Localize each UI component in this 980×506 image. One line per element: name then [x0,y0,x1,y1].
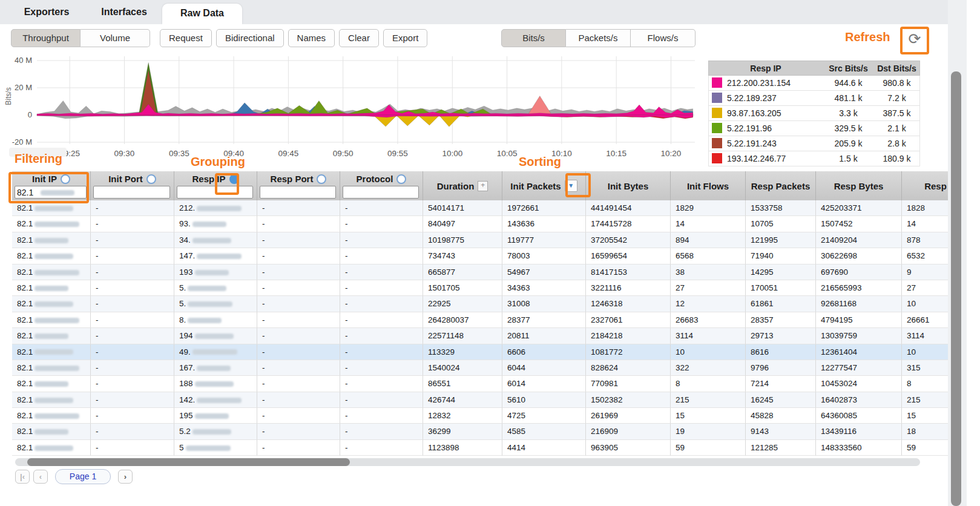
table-cell: 425203371 [816,200,902,216]
x-tick-label: 10:20 [661,149,682,158]
redacted-text [35,286,68,291]
next-page-button[interactable]: › [118,470,133,484]
column-header-init-bytes[interactable]: Init Bytes [586,171,671,200]
legend-col-resp-ip[interactable]: Resp IP [709,61,823,75]
request-button[interactable]: Request [160,29,212,47]
throughput-button[interactable]: Throughput [11,29,81,47]
refresh-annotation-label: Refresh [845,30,890,44]
legend-row[interactable]: 212.200.231.154944.6 k980.8 k [708,76,920,91]
column-label: Init Port [91,172,174,185]
redacted-text [188,286,226,291]
init-ip-prefix: 82.1 [17,283,33,292]
legend-resp-ip: 5.22.189.237 [727,91,823,105]
flow-table-body: 82.1-212.--54014171197266144149145418291… [12,200,949,456]
legend-col-src-bits[interactable]: Src Bits/s [823,61,874,75]
current-page-button[interactable]: Page 1 [55,469,111,484]
legend-row[interactable]: 5.22.189.237481.1 k7.2 k [708,91,920,106]
y-tick-label: -20 M [12,137,32,146]
legend-src-value: 329.5 k [823,121,874,136]
duration-expand-button[interactable]: + [478,181,488,191]
horizontal-scrollbar[interactable] [15,458,920,466]
filter-input-protocol[interactable] [343,186,419,199]
flows-per-sec-button[interactable]: Flows/s [631,29,696,47]
init-ip-prefix: 82.1 [17,331,33,340]
horizontal-scrollbar-thumb[interactable] [27,458,350,466]
table-cell: 840497 [423,216,502,232]
table-cell: - [257,360,340,376]
export-button[interactable]: Export [383,29,427,47]
table-cell: 894 [671,232,746,248]
table-cell: - [257,376,340,392]
table-row[interactable]: 82.1-5.--1501705343633221116271700512165… [12,280,949,296]
vertical-scrollbar[interactable] [948,0,967,506]
column-header-protocol[interactable]: Protocol [340,171,423,200]
legend-col-dst-bits[interactable]: Dst Bits/s [874,61,919,75]
table-row[interactable]: 82.1-188--86551601477098187214104530248 [12,376,949,392]
table-row[interactable]: 82.1-34.--101987751197773720554289412199… [12,232,949,248]
column-header-init-flows[interactable]: Init Flows [671,171,746,200]
legend-src-value: 1.5 k [823,151,874,166]
prev-page-button[interactable]: ‹ [33,470,48,484]
table-cell: 15 [902,408,949,424]
resp-ip-prefix: 142. [179,395,195,404]
table-row[interactable]: 82.1-93.--840497143636174415728141070515… [12,216,949,232]
table-row[interactable]: 82.1-8.--2642800372837723270612668328357… [12,312,949,328]
legend-color-swatch [712,153,722,163]
clear-button[interactable]: Clear [339,29,379,47]
table-cell: 8 [671,376,746,392]
table-row[interactable]: 82.1-167.--15400246044828624322979612277… [12,360,949,376]
filter-input-resp-port[interactable] [260,186,336,199]
redacted-text [35,398,73,403]
column-header-resp-packets[interactable]: Resp Packets [746,171,816,200]
table-row[interactable]: 82.1-195--128324725261969154582864360085… [12,408,949,424]
column-header-resp-port[interactable]: Resp Port [257,171,340,200]
table-row[interactable]: 82.1-5--11238984414963905591212851483335… [12,440,949,456]
table-cell: 82.1 [12,440,91,456]
first-page-button[interactable]: |‹ [15,470,30,484]
table-cell: - [340,424,423,439]
names-button[interactable]: Names [288,29,335,47]
volume-button[interactable]: Volume [81,29,150,47]
vertical-scrollbar-thumb[interactable] [951,71,961,506]
column-header-duration[interactable]: Duration+ [423,171,502,200]
column-header-resp[interactable]: Resp [902,171,949,200]
table-cell: 6532 [902,248,949,264]
table-cell: 264280037 [423,312,502,328]
y-tick-label: 20 M [15,83,32,92]
table-cell: 34363 [502,280,586,296]
legend-dst-value: 180.9 k [874,151,919,166]
table-cell: 697690 [816,264,902,280]
table-cell: - [257,344,340,360]
table-row[interactable]: 82.1-212.--54014171197266144149145418291… [12,200,949,216]
table-row[interactable]: 82.1-5.--2292531008124631812618619268116… [12,296,949,312]
group-radio-resp-port[interactable] [317,174,326,184]
legend-row[interactable]: 5.22.191.243205.9 k2.8 k [708,136,920,151]
column-header-init-port[interactable]: Init Port [91,171,174,200]
table-cell: 82.1 [12,408,91,424]
table-row[interactable]: 82.1-142.--42674456101502382215162451640… [12,392,949,408]
x-tick-label: 09:55 [387,149,408,158]
filter-input-init-port[interactable] [93,186,170,199]
column-header-resp-bytes[interactable]: Resp Bytes [816,171,902,200]
group-radio-init-port[interactable] [146,174,156,184]
tab-interfaces[interactable]: Interfaces [91,0,157,24]
legend-row[interactable]: 5.22.191.96329.5 k2.1 k [708,121,920,136]
legend-row[interactable]: 193.142.246.771.5 k180.9 k [708,151,920,166]
group-radio-protocol[interactable] [396,174,406,184]
table-row[interactable]: 82.1-5.2--362994585216909199143134391161… [12,424,949,439]
table-row[interactable]: 82.1-193--665877549678141715338142956976… [12,264,949,280]
tab-raw-data[interactable]: Raw Data [162,4,242,24]
bidirectional-button[interactable]: Bidirectional [216,29,284,47]
table-cell: 82.1 [12,296,91,312]
resp-ip-prefix: 195 [179,411,193,420]
table-row[interactable]: 82.1-194--225711482081121842183114297131… [12,328,949,344]
bits-per-sec-button[interactable]: Bits/s [501,29,566,47]
packets-per-sec-button[interactable]: Packets/s [566,29,631,47]
table-cell: 119777 [502,232,586,248]
table-cell: 8 [902,376,949,392]
table-row[interactable]: 82.1-147.--73474378003165996546568719403… [12,248,949,264]
legend-dst-value: 980.8 k [874,76,919,90]
tab-exporters[interactable]: Exporters [13,0,80,24]
legend-row[interactable]: 93.87.163.2053.3 k387.5 k [708,106,920,121]
table-row[interactable]: 82.1-49.--113329660610817721086161236140… [12,344,949,360]
